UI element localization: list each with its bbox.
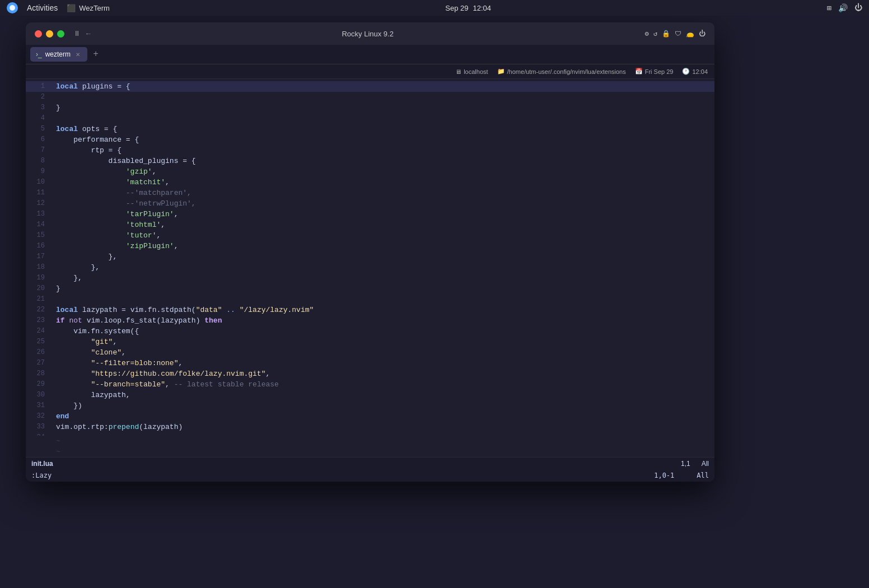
cmd-text: :Lazy xyxy=(31,472,52,479)
svg-point-0 xyxy=(10,5,15,11)
code-line-26: 26 "clone", xyxy=(26,347,714,358)
host-label: localhost xyxy=(464,68,488,75)
status-position: 1,1 xyxy=(681,460,690,468)
editor-area[interactable]: 1local plugins = {23}45local opts = {6 p… xyxy=(26,79,714,457)
cmd-line: :Lazy 1,0-1 All xyxy=(26,469,714,482)
code-line-8: 8 disabled_plugins = { xyxy=(26,156,714,166)
code-line-25: 25 "git", xyxy=(26,337,714,347)
window-title: Rocky Linux 9.2 xyxy=(97,30,638,38)
code-line-11: 11 --'matchparen', xyxy=(26,188,714,198)
terminal-window: ⏸ ← Rocky Linux 9.2 ⚙ ↺ 🔒 🛡 👝 ⏻ ›_ wezte… xyxy=(26,22,714,482)
code-line-5: 5local opts = { xyxy=(26,124,714,134)
code-line-27: 27 "--filter=blob:none", xyxy=(26,358,714,368)
calendar-icon: 📅 xyxy=(635,68,643,75)
system-bar-center: Sep 29 12:04 xyxy=(445,4,491,12)
wezterm-taskbar[interactable]: ⬛ WezTerm xyxy=(67,4,110,12)
window-titlebar: ⏸ ← Rocky Linux 9.2 ⚙ ↺ 🔒 🛡 👝 ⏻ xyxy=(26,22,714,45)
code-line-19: 19 }, xyxy=(26,273,714,283)
title-lock-icon[interactable]: 🔒 xyxy=(662,30,670,38)
wezterm-icon: ⬛ xyxy=(67,4,76,12)
code-line-3: 3} xyxy=(26,102,714,113)
power-icon[interactable]: ⏻ xyxy=(854,3,862,12)
titlebar-controls: ⏸ ← xyxy=(73,30,91,38)
code-container: 1local plugins = {23}45local opts = {6 p… xyxy=(26,79,714,436)
activities-label[interactable]: Activities xyxy=(27,3,58,12)
host-icon: 🖥 xyxy=(455,68,461,75)
code-line-14: 14 'tohtml', xyxy=(26,220,714,230)
info-time: 12:04 xyxy=(692,68,708,75)
code-line-7: 7 rtp = { xyxy=(26,145,714,156)
code-line-12: 12 --'netrwPlugin', xyxy=(26,198,714,209)
date-info: 📅 Fri Sep 29 xyxy=(635,68,674,75)
gnome-logo[interactable] xyxy=(7,2,18,13)
code-line-21: 21 xyxy=(26,294,714,305)
title-wallet-icon[interactable]: 👝 xyxy=(686,30,694,38)
host-info: 🖥 localhost xyxy=(455,68,488,75)
code-line-13: 13 'tarPlugin', xyxy=(26,209,714,220)
code-line-9: 9 'gzip', xyxy=(26,166,714,177)
tab-bar: ›_ wezterm ✕ + xyxy=(26,45,714,64)
title-power-icon[interactable]: ⏻ xyxy=(699,30,706,38)
system-date: Sep 29 xyxy=(445,4,468,12)
tilde-line-2: ~ xyxy=(26,446,714,457)
tab-terminal-icon: ›_ xyxy=(36,50,42,58)
system-bar-left: Activities ⬛ WezTerm xyxy=(7,2,110,13)
code-line-33: 33vim.opt.rtp:prepend(lazypath) xyxy=(26,422,714,432)
status-filename: init.lua xyxy=(31,460,681,468)
back-icon[interactable]: ← xyxy=(86,30,91,38)
title-shield-icon[interactable]: 🛡 xyxy=(675,30,681,38)
code-line-4: 4 xyxy=(26,113,714,124)
system-time: 12:04 xyxy=(473,4,492,12)
path-label: /home/utm-user/.config/nvim/lua/extensio… xyxy=(507,68,626,75)
code-line-10: 10 'matchit', xyxy=(26,177,714,188)
path-info: 📁 /home/utm-user/.config/nvim/lua/extens… xyxy=(497,68,626,75)
system-bar-right: ⊞ 🔊 ⏻ xyxy=(827,3,862,13)
network-icon[interactable]: ⊞ xyxy=(827,3,831,13)
close-button[interactable] xyxy=(35,30,42,38)
code-line-20: 20} xyxy=(26,283,714,294)
code-line-29: 29 "--branch=stable", -- latest stable r… xyxy=(26,379,714,390)
code-line-23: 23if not vim.loop.fs_stat(lazypath) then xyxy=(26,315,714,326)
tab-close-button[interactable]: ✕ xyxy=(74,50,82,58)
time-info: 🕐 12:04 xyxy=(682,68,708,75)
tilde-line-1: ~ xyxy=(26,436,714,446)
code-line-31: 31 }) xyxy=(26,400,714,411)
code-line-30: 30 lazypath, xyxy=(26,390,714,400)
title-settings-icon[interactable]: ⚙ xyxy=(645,30,649,38)
tab-wezterm[interactable]: ›_ wezterm ✕ xyxy=(30,47,87,62)
maximize-button[interactable] xyxy=(57,30,64,38)
code-line-32: 32end xyxy=(26,411,714,422)
title-back-icon[interactable]: ↺ xyxy=(653,30,657,38)
code-line-16: 16 'zipPlugin', xyxy=(26,241,714,251)
minimize-button[interactable] xyxy=(46,30,53,38)
code-line-2: 2 xyxy=(26,92,714,102)
code-line-17: 17 }, xyxy=(26,251,714,262)
code-line-24: 24 vim.fn.system({ xyxy=(26,326,714,337)
code-line-18: 18 }, xyxy=(26,262,714,273)
folder-icon: 📁 xyxy=(497,68,505,75)
clock-icon: 🕐 xyxy=(682,68,690,75)
code-line-1: 1local plugins = { xyxy=(26,81,714,92)
wezterm-label: WezTerm xyxy=(79,4,110,12)
code-line-6: 6 performance = { xyxy=(26,134,714,145)
status-pos2: 1,0-1 xyxy=(654,472,674,479)
status-view2: All xyxy=(697,472,709,479)
desktop: Activities ⬛ WezTerm Sep 29 12:04 ⊞ 🔊 ⏻ xyxy=(0,0,869,588)
status-view: All xyxy=(702,460,709,468)
titlebar-right: ⚙ ↺ 🔒 🛡 👝 ⏻ xyxy=(645,30,706,38)
code-line-28: 28 "https://github.com/folke/lazy.nvim.g… xyxy=(26,368,714,379)
volume-icon[interactable]: 🔊 xyxy=(838,3,848,13)
info-bar: 🖥 localhost 📁 /home/utm-user/.config/nvi… xyxy=(26,64,714,79)
tab-label: wezterm xyxy=(45,50,71,58)
suspend-icon[interactable]: ⏸ xyxy=(73,30,81,38)
traffic-lights xyxy=(35,30,64,38)
code-line-15: 15 'tutor', xyxy=(26,230,714,241)
new-tab-button[interactable]: + xyxy=(90,48,102,60)
status-bar: init.lua 1,1 All xyxy=(26,457,714,469)
info-date: Fri Sep 29 xyxy=(645,68,674,75)
system-bar: Activities ⬛ WezTerm Sep 29 12:04 ⊞ 🔊 ⏻ xyxy=(0,0,869,16)
status-right: 1,1 All xyxy=(681,460,709,468)
code-line-22: 22local lazypath = vim.fn.stdpath("data"… xyxy=(26,305,714,315)
